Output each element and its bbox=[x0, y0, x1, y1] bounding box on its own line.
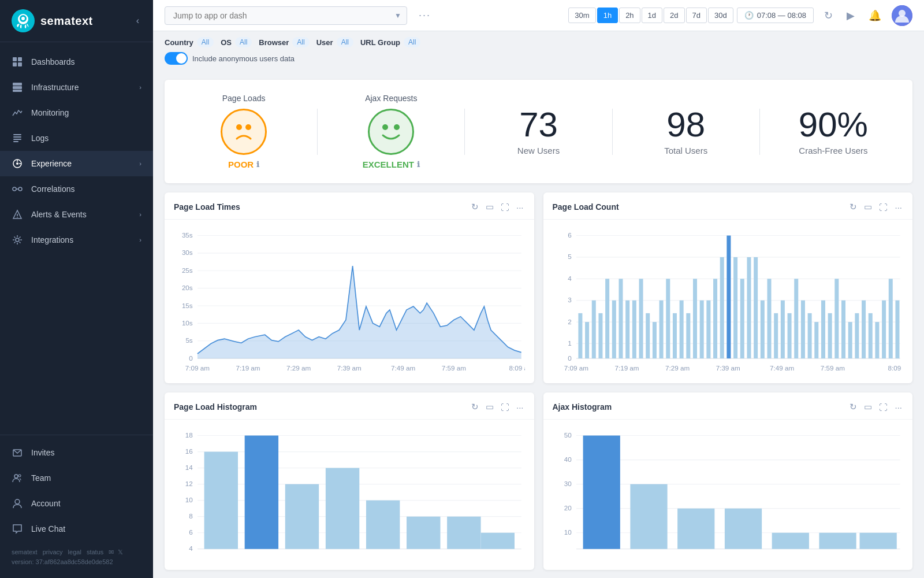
chart-expand-plh[interactable]: ⛶ bbox=[500, 401, 511, 413]
filter-value-browser[interactable]: All bbox=[292, 37, 309, 47]
svg-rect-150 bbox=[481, 533, 515, 549]
svg-text:7:59 am: 7:59 am bbox=[442, 364, 466, 372]
divider-4 bbox=[759, 109, 760, 155]
chart-more-plc[interactable]: ··· bbox=[893, 201, 903, 213]
chart-refresh-plh[interactable]: ↻ bbox=[470, 401, 480, 413]
svg-rect-100 bbox=[767, 279, 771, 358]
svg-rect-109 bbox=[828, 313, 832, 358]
refresh-button[interactable]: ↻ bbox=[821, 7, 836, 24]
sidebar-item-correlations[interactable]: Correlations bbox=[0, 176, 153, 202]
divider-2 bbox=[464, 109, 465, 155]
sidebar-item-live-chat[interactable]: Live Chat bbox=[0, 516, 153, 542]
svg-rect-5 bbox=[18, 57, 22, 61]
notifications-button[interactable]: 🔔 bbox=[865, 7, 885, 24]
ajax-requests-face bbox=[368, 109, 414, 155]
new-users-number: 73 bbox=[519, 108, 558, 142]
svg-text:7:09 am: 7:09 am bbox=[564, 364, 588, 372]
sidebar-item-integrations[interactable]: Integrations › bbox=[0, 227, 153, 253]
time-btn-7d[interactable]: 7d bbox=[686, 8, 707, 23]
dashboard-area: Page Loads POOR ℹ Ajax Requests bbox=[153, 71, 924, 578]
footer-link-legal[interactable]: legal bbox=[68, 549, 81, 555]
sidebar-item-invites[interactable]: Invites bbox=[0, 440, 153, 465]
chart-refresh-plt[interactable]: ↻ bbox=[470, 201, 480, 213]
chart-more-plh[interactable]: ··· bbox=[515, 401, 525, 413]
svg-rect-75 bbox=[598, 313, 602, 358]
sidebar-item-infrastructure[interactable]: Infrastructure › bbox=[0, 75, 153, 100]
filter-value-url-group[interactable]: All bbox=[404, 37, 420, 47]
time-btn-1d[interactable]: 1d bbox=[642, 8, 662, 23]
filter-country[interactable]: Country All bbox=[165, 37, 214, 47]
sidebar-item-team[interactable]: Team bbox=[0, 465, 153, 491]
page-loads-face bbox=[221, 109, 267, 155]
play-button[interactable]: ▶ bbox=[843, 7, 858, 24]
filter-browser[interactable]: Browser All bbox=[259, 37, 309, 47]
search-input[interactable] bbox=[165, 6, 407, 25]
svg-text:16: 16 bbox=[185, 447, 193, 455]
filter-value-country[interactable]: All bbox=[197, 37, 214, 47]
chart-more-ah[interactable]: ··· bbox=[893, 401, 903, 413]
footer-twitter-icon: 𝕏 bbox=[118, 549, 123, 555]
svg-text:10s: 10s bbox=[182, 319, 193, 327]
chart-expand-ah[interactable]: ⛶ bbox=[878, 401, 889, 413]
topbar-dots-menu[interactable]: ··· bbox=[414, 7, 435, 24]
chart-minimize-plt[interactable]: ▭ bbox=[485, 201, 495, 213]
time-controls: 30m 1h 2h 1d 2d 7d 30d 🕐 07:08 — 08:08 bbox=[568, 8, 814, 23]
chart-refresh-plc[interactable]: ↻ bbox=[848, 201, 858, 213]
chart-minimize-plh[interactable]: ▭ bbox=[485, 401, 495, 413]
filter-value-os[interactable]: All bbox=[235, 37, 252, 47]
sidebar-item-dashboards[interactable]: Dashboards bbox=[0, 49, 153, 75]
page-loads-info-icon[interactable]: ℹ bbox=[256, 160, 259, 169]
sidebar-collapse-button[interactable]: ‹ bbox=[134, 13, 141, 28]
anonymous-toggle[interactable] bbox=[165, 52, 188, 65]
time-btn-1h[interactable]: 1h bbox=[597, 8, 618, 23]
chart-expand-plt[interactable]: ⛶ bbox=[500, 201, 511, 213]
metric-crash-free: 90% Crash-Free Users bbox=[772, 108, 895, 155]
svg-rect-114 bbox=[862, 301, 866, 358]
sidebar-item-monitoring[interactable]: Monitoring bbox=[0, 100, 153, 125]
chart-page-load-count: Page Load Count ↻ ▭ ⛶ ··· 6 5 4 3 bbox=[543, 192, 913, 383]
time-btn-30m[interactable]: 30m bbox=[568, 8, 595, 23]
svg-text:1: 1 bbox=[568, 339, 572, 347]
svg-text:7:19 am: 7:19 am bbox=[236, 364, 260, 372]
filter-user[interactable]: User All bbox=[316, 37, 353, 47]
chart-minimize-plc[interactable]: ▭ bbox=[863, 201, 873, 213]
user-avatar[interactable] bbox=[892, 5, 912, 26]
time-btn-2h[interactable]: 2h bbox=[619, 8, 640, 23]
svg-point-26 bbox=[14, 475, 18, 478]
chart-refresh-ah[interactable]: ↻ bbox=[848, 401, 858, 413]
filter-os[interactable]: OS All bbox=[221, 37, 252, 47]
sidebar-item-logs[interactable]: Logs bbox=[0, 125, 153, 151]
svg-point-19 bbox=[13, 187, 16, 191]
svg-rect-103 bbox=[787, 313, 791, 358]
svg-point-16 bbox=[16, 162, 18, 165]
sidebar-item-alerts-events[interactable]: Alerts & Events › bbox=[0, 202, 153, 227]
sidebar-item-account[interactable]: Account bbox=[0, 491, 153, 516]
alerts-icon bbox=[12, 209, 23, 220]
filter-value-user[interactable]: All bbox=[337, 37, 353, 47]
svg-rect-162 bbox=[583, 436, 620, 549]
svg-rect-164 bbox=[677, 509, 714, 549]
chart-header-plh: Page Load Histogram ↻ ▭ ⛶ ··· bbox=[165, 392, 534, 420]
svg-rect-82 bbox=[646, 313, 650, 358]
chart-minimize-ah[interactable]: ▭ bbox=[863, 401, 873, 413]
svg-rect-7 bbox=[18, 62, 22, 66]
time-btn-2d[interactable]: 2d bbox=[664, 8, 684, 23]
sidebar-item-label-dashboards: Dashboards bbox=[31, 57, 75, 66]
sidebar-item-experience[interactable]: Experience › bbox=[0, 151, 153, 176]
footer-link-status[interactable]: status bbox=[87, 549, 103, 555]
dashboards-icon bbox=[12, 56, 23, 68]
stats-card: Page Loads POOR ℹ Ajax Requests bbox=[165, 80, 912, 183]
svg-text:3: 3 bbox=[568, 296, 572, 303]
footer-link-sematext[interactable]: sematext bbox=[12, 549, 38, 555]
svg-text:14: 14 bbox=[185, 464, 193, 471]
chart-more-plt[interactable]: ··· bbox=[515, 201, 525, 213]
sidebar-item-label-monitoring: Monitoring bbox=[31, 108, 69, 117]
chart-page-load-histogram: Page Load Histogram ↻ ▭ ⛶ ··· 18 16 14 1 bbox=[165, 392, 534, 570]
time-btn-30d[interactable]: 30d bbox=[708, 8, 733, 23]
chart-expand-plc[interactable]: ⛶ bbox=[878, 201, 889, 213]
footer-link-privacy[interactable]: privacy bbox=[43, 549, 63, 555]
filter-url-group[interactable]: URL Group All bbox=[360, 37, 420, 47]
chart-page-load-times: Page Load Times ↻ ▭ ⛶ ··· 35s 30s 25s 20 bbox=[165, 192, 534, 383]
svg-rect-77 bbox=[612, 301, 616, 358]
ajax-requests-info-icon[interactable]: ℹ bbox=[417, 160, 420, 169]
